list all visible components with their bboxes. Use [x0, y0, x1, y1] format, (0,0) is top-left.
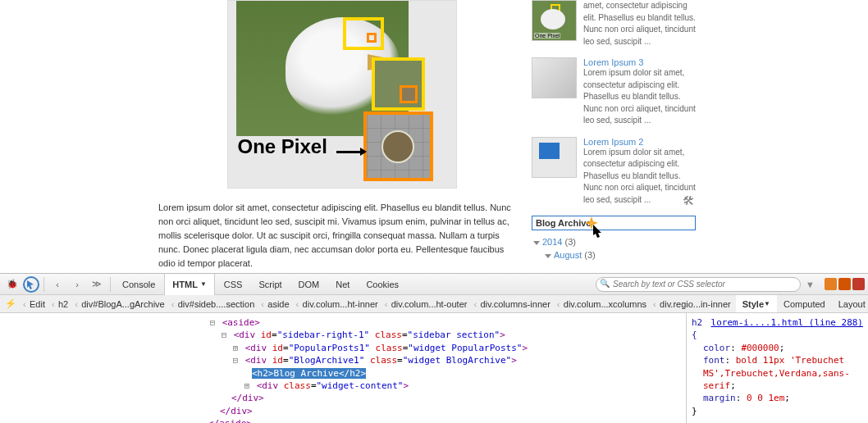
close-button[interactable] — [852, 278, 865, 290]
post-excerpt: Lorem ipsum dolor sit amet, consectetur … — [583, 147, 696, 207]
styles-tab-computed[interactable]: Computed — [777, 295, 832, 313]
zoom-box-1 — [343, 17, 384, 50]
archive-year[interactable]: 2014 (3) — [533, 235, 694, 248]
html-tree[interactable]: ⊟ <aside> ⊟ <div id="sidebar-right-1" cl… — [0, 313, 686, 423]
post-thumbnail — [532, 57, 577, 98]
search-input[interactable] — [596, 277, 801, 292]
post-thumbnail: One Pixel — [532, 0, 577, 41]
devtools-panel: 🐞 ‹ › ≫ Console HTML▼ CSS Script DOM Net… — [0, 273, 868, 423]
styles-panel[interactable]: lorem-i....1.html (line 288) h2 { color:… — [686, 313, 868, 423]
tab-dom[interactable]: DOM — [291, 274, 327, 295]
forward-button[interactable]: › — [68, 276, 86, 293]
post-title-link[interactable]: Lorem Ipsum 3 — [583, 57, 696, 67]
tab-net[interactable]: Net — [328, 274, 357, 295]
post-excerpt: amet, consectetur adipiscing elit. Phase… — [583, 0, 696, 48]
zoom-box-2 — [372, 57, 425, 111]
breadcrumb[interactable]: div#sideb....section — [170, 295, 260, 313]
minimize-button[interactable] — [825, 278, 837, 290]
styles-tab-style[interactable]: Style ▼ — [736, 295, 777, 313]
tab-script[interactable]: Script — [251, 274, 289, 295]
breadcrumb[interactable]: div.columns-inner — [472, 295, 555, 313]
breadcrumb[interactable]: div.colum...ht-outer — [383, 295, 473, 313]
breadcrumb-bar: ⚡ Edit h2 div#BlogA...gArchive div#sideb… — [0, 295, 868, 313]
tab-console[interactable]: Console — [115, 274, 162, 295]
breadcrumb[interactable]: div.colum...ht-inner — [295, 295, 383, 313]
popout-button[interactable] — [838, 278, 851, 290]
wrench-icon[interactable]: 🛠 — [683, 194, 694, 207]
archive-tree: 2014 (3) August (3) — [532, 230, 696, 266]
breadcrumb[interactable]: div#BlogA...gArchive — [73, 295, 170, 313]
arrow-icon — [336, 151, 365, 153]
body-paragraph: Lorem ipsum dolor sit amet, consectetur … — [158, 201, 519, 271]
styles-tab-layout[interactable]: Layout — [832, 295, 868, 313]
tab-css[interactable]: CSS — [217, 274, 250, 295]
post-thumbnail — [532, 137, 577, 178]
popular-post-item[interactable]: Lorem Ipsum 3 Lorem ipsum dolor sit amet… — [532, 57, 696, 127]
edit-button[interactable]: Edit — [21, 295, 50, 313]
blog-archive-heading: Blog Archive — [532, 216, 696, 230]
tab-cookies[interactable]: Cookies — [359, 274, 406, 295]
popular-post-item[interactable]: One Pixel amet, consectetur adipiscing e… — [532, 0, 696, 48]
firebug-icon[interactable]: 🐞 — [3, 276, 21, 293]
image-label: One Pixel — [238, 135, 327, 158]
selected-node[interactable]: <h2>Blog Archive</h2> — [252, 368, 366, 379]
devtools-toolbar: 🐞 ‹ › ≫ Console HTML▼ CSS Script DOM Net… — [0, 274, 868, 295]
archive-month[interactable]: August (3) — [533, 248, 694, 262]
post-title-link[interactable]: Lorem Ipsum 2 — [583, 137, 696, 147]
cursor-highlight-icon — [583, 215, 608, 239]
zoom-box-3 — [363, 111, 433, 181]
source-link[interactable]: lorem-i....1.html (line 288) — [711, 316, 863, 329]
breadcrumb[interactable]: div.regio...in-inner — [651, 295, 736, 313]
inspect-button[interactable] — [23, 276, 39, 293]
back-button[interactable]: ‹ — [48, 276, 66, 293]
popular-post-item[interactable]: Lorem Ipsum 2 Lorem ipsum dolor sit amet… — [532, 137, 696, 207]
breadcrumb[interactable]: aside — [259, 295, 294, 313]
command-button[interactable]: ≫ — [88, 276, 106, 293]
tab-html[interactable]: HTML▼ — [164, 274, 214, 295]
breadcrumb[interactable]: h2 — [50, 295, 73, 313]
post-excerpt: Lorem ipsum dolor sit amet, consectetur … — [583, 67, 696, 127]
main-image: One Pixel — [227, 0, 457, 189]
search-dropdown-icon[interactable]: ▼ — [806, 280, 815, 289]
break-icon[interactable]: ⚡ — [0, 298, 21, 309]
breadcrumb[interactable]: div.colum...xcolumns — [555, 295, 651, 313]
